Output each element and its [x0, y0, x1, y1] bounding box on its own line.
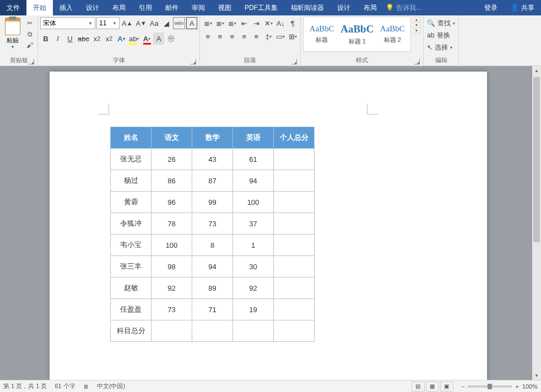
zoom-in-button[interactable]: + [515, 383, 518, 390]
table-cell[interactable]: 89 [192, 277, 233, 299]
highlight-button[interactable]: ab▾ [128, 32, 140, 45]
table-cell[interactable]: 73 [152, 299, 192, 320]
table-cell[interactable] [274, 149, 315, 170]
multilevel-list-button[interactable]: ≣▾ [226, 17, 237, 29]
tab-insert[interactable]: 插入 [53, 0, 79, 15]
table-cell[interactable]: 杨过 [111, 170, 152, 192]
table-cell[interactable]: 98 [152, 256, 192, 277]
style-title[interactable]: AaBbC 标题 [305, 18, 339, 50]
table-cell[interactable]: 30 [233, 256, 274, 277]
table-row[interactable]: 杨过868794 [111, 170, 315, 192]
table-row[interactable]: 张无忌264361 [111, 149, 315, 170]
table-row[interactable]: 张三丰989430 [111, 256, 315, 277]
table-cell[interactable]: 科目总分 [111, 320, 152, 342]
table-cell[interactable]: 61 [233, 149, 274, 170]
tab-design[interactable]: 设计 [79, 0, 106, 15]
tab-home[interactable]: 开始 [26, 0, 53, 15]
align-left-button[interactable]: ≡ [202, 30, 213, 42]
clear-formatting-button[interactable]: ◢ [161, 17, 172, 29]
shrink-font-button[interactable]: A▼ [134, 17, 147, 29]
table-cell[interactable]: 19 [233, 299, 274, 320]
zoom-out-button[interactable]: − [461, 383, 464, 390]
table-header[interactable]: 姓名 [111, 127, 152, 149]
tab-table-design[interactable]: 设计 [331, 0, 357, 15]
table-cell[interactable]: 100 [152, 235, 192, 256]
line-spacing-button[interactable]: ‡▾ [263, 30, 274, 42]
phonetic-guide-button[interactable]: wén [173, 17, 186, 29]
table-row[interactable]: 黄蓉9699100 [111, 192, 315, 213]
scroll-down-icon[interactable]: ▼ [532, 371, 541, 380]
table-row[interactable]: 赵敏928992 [111, 277, 315, 299]
italic-button[interactable]: I [52, 32, 63, 45]
style-heading2[interactable]: AaBbC 标题 2 [375, 18, 409, 50]
character-border-button[interactable]: A [186, 17, 197, 29]
copy-button[interactable]: ⧉ [25, 30, 34, 39]
table-cell[interactable]: 78 [152, 213, 192, 235]
zoom-level[interactable]: 100% [522, 383, 538, 390]
table-cell[interactable]: 26 [152, 149, 192, 170]
print-layout-button[interactable]: ▦ [426, 382, 439, 391]
distributed-button[interactable]: ≡ [251, 30, 262, 42]
tab-table-layout[interactable]: 布局 [357, 0, 383, 15]
table-cell[interactable]: 92 [152, 277, 192, 299]
style-heading1[interactable]: AaBbC 标题 1 [340, 18, 374, 50]
table-cell[interactable]: 94 [233, 170, 274, 192]
table-row[interactable]: 科目总分 [111, 320, 315, 342]
table-cell[interactable]: 92 [233, 277, 274, 299]
tab-review[interactable]: 审阅 [185, 0, 212, 15]
strikethrough-button[interactable]: abc [77, 32, 90, 45]
scroll-up-icon[interactable]: ▲ [532, 66, 541, 75]
character-shading-button[interactable]: A [153, 32, 164, 45]
table-row[interactable]: 任盈盈737119 [111, 299, 315, 320]
table-row[interactable]: 韦小宝10081 [111, 235, 315, 256]
bold-button[interactable]: B [40, 32, 51, 45]
table-header[interactable]: 数学 [192, 127, 233, 149]
table-cell[interactable] [274, 213, 315, 235]
underline-button[interactable]: U [64, 32, 75, 45]
dialog-launcher-icon[interactable] [29, 59, 34, 64]
web-layout-button[interactable]: ▣ [440, 382, 453, 391]
share-button[interactable]: 👤 共享 [504, 0, 541, 15]
numbering-button[interactable]: ≣▾ [214, 17, 225, 29]
sort-button[interactable]: A↓ [275, 17, 286, 29]
table-cell[interactable]: 86 [152, 170, 192, 192]
table-cell[interactable]: 87 [192, 170, 233, 192]
table-cell[interactable]: 8 [192, 235, 233, 256]
tab-foxit[interactable]: 福昕阅读器 [284, 0, 331, 15]
table-cell[interactable]: 37 [233, 213, 274, 235]
superscript-button[interactable]: x2 [104, 32, 115, 45]
table-cell[interactable] [274, 320, 315, 342]
document-page[interactable]: 姓名语文数学英语个人总分 张无忌264361杨过868794黄蓉9699100令… [50, 72, 487, 380]
change-case-button[interactable]: Aa [149, 17, 160, 29]
table-cell[interactable] [274, 256, 315, 277]
increase-indent-button[interactable]: ⇥ [251, 17, 262, 29]
replace-button[interactable]: ab替换 [427, 30, 455, 41]
table-cell[interactable]: 令狐冲 [111, 213, 152, 235]
table-row[interactable]: 令狐冲787337 [111, 213, 315, 235]
tab-references[interactable]: 引用 [132, 0, 159, 15]
dialog-launcher-icon[interactable] [291, 59, 297, 64]
table-cell[interactable] [274, 299, 315, 320]
table-cell[interactable]: 张无忌 [111, 149, 152, 170]
table-header[interactable]: 语文 [152, 127, 192, 149]
tab-file[interactable]: 文件 [0, 0, 26, 15]
table-cell[interactable]: 43 [192, 149, 233, 170]
align-right-button[interactable]: ≡ [226, 30, 237, 42]
login-button[interactable]: 登录 [478, 0, 504, 15]
table-cell[interactable] [274, 235, 315, 256]
table-header[interactable]: 个人总分 [274, 127, 315, 149]
spellcheck-icon[interactable]: 🗎 [83, 383, 89, 390]
format-painter-button[interactable]: 🖌 [25, 41, 34, 50]
align-center-button[interactable]: ≡ [214, 30, 225, 42]
page-count[interactable]: 第 1 页，共 1 页 [3, 382, 47, 390]
dialog-launcher-icon[interactable] [414, 59, 420, 64]
text-effects-button[interactable]: A▾ [116, 32, 127, 45]
font-size-combo[interactable]: 11▼ [96, 17, 120, 29]
show-marks-button[interactable]: ¶ [287, 17, 298, 29]
table-cell[interactable]: 71 [192, 299, 233, 320]
bullets-button[interactable]: ≣▾ [202, 17, 213, 29]
table-cell[interactable] [152, 320, 192, 342]
table-cell[interactable]: 任盈盈 [111, 299, 152, 320]
table-cell[interactable] [274, 170, 315, 192]
table-cell[interactable] [233, 320, 274, 342]
